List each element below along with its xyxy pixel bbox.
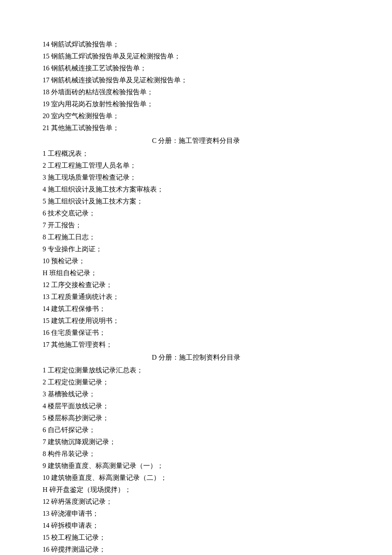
list-item: 19 室内用花岗石放射性检验报告单； [43, 98, 349, 110]
list-item: 5 施工组织设计及施工技术方案； [43, 195, 349, 207]
list-item: 14 建筑工程保修书； [43, 303, 349, 315]
list-item: 14 碎拆模申请表； [43, 520, 349, 532]
list-item: 7 开工报告； [43, 219, 349, 231]
list-item: 6 自己钎探记录； [43, 424, 349, 436]
list-item: 15 校工程施工记录； [43, 532, 349, 543]
list-item: 8 构件吊装记录； [43, 448, 349, 460]
list-item: 4 施工组织设计及施工技术方案审核表； [43, 183, 349, 195]
list-item: 16 住宅质量保证书； [43, 327, 349, 339]
list-item: 10 预检记录； [43, 255, 349, 267]
list-item: 21 其他施工试验报告单； [43, 122, 349, 134]
list-item: 6 技术交底记录； [43, 207, 349, 219]
section-b-tail: 14 钢筋试焊试验报告单； 15 钢筋施工焊试验报告单及见证检测报告单； 16 … [43, 38, 349, 134]
list-item: 12 碎坍落度测试记录； [43, 496, 349, 508]
list-item: 10 建筑物垂直度、标高测量记录（二）； [43, 472, 349, 484]
list-item: 2 工程定位测量记录； [43, 376, 349, 388]
list-item: 8 工程施工日志； [43, 231, 349, 243]
list-item: 9 专业操作上岗证； [43, 243, 349, 255]
list-item: 7 建筑物沉降观测记录； [43, 436, 349, 448]
section-c-header: C 分册：施工管理资料分目录 [43, 135, 349, 147]
list-item: 17 其他施工管理资料； [43, 339, 349, 351]
list-item: 9 建筑物垂直度、标高测量记录（一）； [43, 460, 349, 472]
list-item: 15 建筑工程使用说明书； [43, 315, 349, 327]
list-item: 5 楼层标高抄测记录； [43, 412, 349, 424]
section-d-list: 1 工程定位测量放线记录汇总表； 2 工程定位测量记录； 3 基槽验线记录； 4… [43, 364, 349, 555]
list-item: 2 工程工程施工管理人员名单； [43, 160, 349, 171]
list-item: H 碎开盘鉴定（现场搅拌）； [43, 484, 349, 496]
list-item: 13 碎浇灌申请书； [43, 508, 349, 520]
list-item: 1 工程概况表； [43, 148, 349, 160]
list-item: 18 外墙面砖的粘结强度检验报告单； [43, 86, 349, 98]
list-item: 1 工程定位测量放线记录汇总表； [43, 364, 349, 376]
list-item: 4 楼层平面放线记录； [43, 400, 349, 412]
list-item: 3 施工现场质量管理检查记录； [43, 171, 349, 183]
list-item: 12 工序交接检查记录； [43, 279, 349, 291]
section-c-list: 1 工程概况表； 2 工程工程施工管理人员名单； 3 施工现场质量管理检查记录；… [43, 148, 349, 351]
list-item: 13 工程质量通病统计表； [43, 291, 349, 303]
list-item: 14 钢筋试焊试验报告单； [43, 38, 349, 50]
list-item: H 班组自检记录； [43, 267, 349, 279]
list-item: 16 碎搅拌测温记录； [43, 543, 349, 555]
list-item: 15 钢筋施工焊试验报告单及见证检测报告单； [43, 50, 349, 62]
list-item: 20 室内空气检测报告单； [43, 110, 349, 122]
list-item: 3 基槽验线记录； [43, 388, 349, 400]
list-item: 17 钢筋机械连接试验报告单及见证检测报告单； [43, 74, 349, 86]
section-d-header: D 分册：施工控制资料分目录 [43, 352, 349, 363]
list-item: 16 钢筋机械连接工艺试验报告单； [43, 62, 349, 74]
